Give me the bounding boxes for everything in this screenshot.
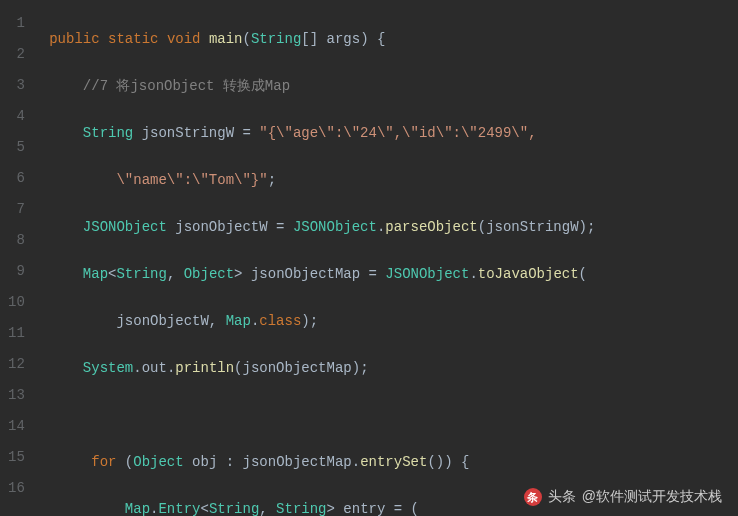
code-line: for (Object obj : jsonObjectMap.entrySet… bbox=[41, 447, 738, 478]
line-number: 1 bbox=[8, 8, 29, 39]
line-number: 4 bbox=[8, 101, 29, 132]
code-line: \"name\":\"Tom\"}"; bbox=[41, 165, 738, 196]
line-number: 2 bbox=[8, 39, 29, 70]
code-line: JSONObject jsonObjectW = JSONObject.pars… bbox=[41, 212, 738, 243]
line-number: 11 bbox=[8, 318, 29, 349]
line-number: 16 bbox=[8, 473, 29, 504]
toutiao-icon: 条 bbox=[524, 488, 542, 506]
line-number: 10 bbox=[8, 287, 29, 318]
line-number: 5 bbox=[8, 132, 29, 163]
line-number: 13 bbox=[8, 380, 29, 411]
line-number: 3 bbox=[8, 70, 29, 101]
code-line: String jsonStringW = "{\"age\":\"24\",\"… bbox=[41, 118, 738, 149]
code-editor[interactable]: 1 2 3 4 5 6 7 8 9 10 11 12 13 14 15 16 p… bbox=[0, 0, 738, 516]
line-number: 6 bbox=[8, 163, 29, 194]
line-number: 9 bbox=[8, 256, 29, 287]
line-number: 7 bbox=[8, 194, 29, 225]
watermark-prefix: 头条 bbox=[548, 488, 576, 506]
line-number: 8 bbox=[8, 225, 29, 256]
line-gutter: 1 2 3 4 5 6 7 8 9 10 11 12 13 14 15 16 bbox=[0, 0, 41, 516]
watermark: 条 头条 @软件测试开发技术栈 bbox=[524, 488, 722, 506]
line-number: 14 bbox=[8, 411, 29, 442]
code-line: public static void main(String[] args) { bbox=[41, 24, 738, 55]
code-content[interactable]: public static void main(String[] args) {… bbox=[41, 0, 738, 516]
code-line: Map<String, Object> jsonObjectMap = JSON… bbox=[41, 259, 738, 290]
code-line: //7 将jsonObject 转换成Map bbox=[41, 71, 738, 102]
watermark-handle: @软件测试开发技术栈 bbox=[582, 488, 722, 506]
line-number: 12 bbox=[8, 349, 29, 380]
line-number: 15 bbox=[8, 442, 29, 473]
code-line: System.out.println(jsonObjectMap); bbox=[41, 353, 738, 384]
code-line: jsonObjectW, Map.class); bbox=[41, 306, 738, 337]
code-line bbox=[41, 400, 738, 431]
